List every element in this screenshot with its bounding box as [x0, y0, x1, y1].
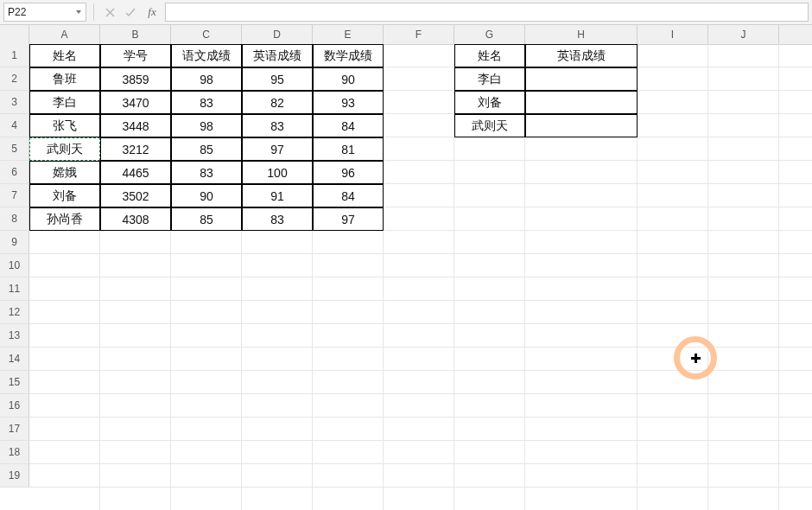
row-header[interactable]: 4	[0, 114, 29, 137]
column-header[interactable]: C	[171, 25, 242, 44]
table-cell[interactable]: 鲁班	[29, 67, 100, 91]
table-cell[interactable]	[525, 91, 638, 114]
table-header-cell[interactable]: 数学成绩	[313, 44, 384, 67]
table-cell[interactable]: 96	[313, 161, 384, 184]
table-cell[interactable]: 90	[313, 67, 384, 91]
column-header[interactable]: I	[638, 25, 708, 44]
row-header[interactable]: 15	[0, 371, 29, 394]
formula-input[interactable]	[165, 3, 809, 22]
table-cell[interactable]: 刘备	[454, 91, 525, 114]
table-cell[interactable]: 85	[171, 137, 242, 161]
table-cell[interactable]	[525, 67, 638, 91]
row-header[interactable]: 18	[0, 441, 29, 464]
table-cell[interactable]: 嫦娥	[29, 161, 100, 184]
table-cell[interactable]: 3502	[100, 184, 171, 207]
table-cell[interactable]: 83	[171, 91, 242, 114]
table-cell[interactable]: 83	[242, 207, 313, 231]
column-header[interactable]: F	[384, 25, 454, 44]
table-cell[interactable]: 91	[242, 184, 313, 207]
row-header[interactable]: 9	[0, 231, 29, 254]
table-header-cell[interactable]: 姓名	[454, 44, 525, 67]
row-header[interactable]: 3	[0, 91, 29, 114]
table-cell[interactable]	[525, 114, 638, 137]
table-cell[interactable]: 3470	[100, 91, 171, 114]
row-header[interactable]: 13	[0, 324, 29, 347]
row-header[interactable]: 11	[0, 277, 29, 301]
table-cell[interactable]: 3448	[100, 114, 171, 137]
table-cell[interactable]: 张飞	[29, 114, 100, 137]
column-header[interactable]: H	[525, 25, 638, 44]
row-header[interactable]: 6	[0, 161, 29, 184]
name-box[interactable]: P22	[3, 3, 86, 22]
table-cell[interactable]: 3212	[100, 137, 171, 161]
accept-formula-icon[interactable]	[122, 3, 139, 21]
table-header-cell[interactable]: 英语成绩	[525, 44, 638, 67]
table-cell[interactable]: 100	[242, 161, 313, 184]
row-header[interactable]: 7	[0, 184, 29, 207]
spreadsheet-grid[interactable]: ABCDEFGHIJ 12345678910111213141516171819…	[0, 25, 812, 510]
row-header[interactable]: 19	[0, 464, 29, 488]
fx-icon[interactable]: fx	[143, 5, 162, 19]
table-cell[interactable]: 84	[313, 114, 384, 137]
row-header[interactable]: 10	[0, 254, 29, 277]
cells-surface[interactable]: 姓名学号语文成绩英语成绩数学成绩鲁班3859989590李白3470838293…	[29, 44, 812, 510]
row-header[interactable]: 12	[0, 301, 29, 324]
column-header[interactable]: J	[708, 25, 779, 44]
column-header-row: ABCDEFGHIJ	[0, 25, 812, 45]
table-cell[interactable]: 81	[313, 137, 384, 161]
table-header-cell[interactable]: 姓名	[29, 44, 100, 67]
table-cell[interactable]: 98	[171, 67, 242, 91]
column-header[interactable]: A	[29, 25, 100, 44]
column-header[interactable]: B	[100, 25, 171, 44]
table-cell[interactable]: 李白	[29, 91, 100, 114]
table-cell[interactable]: 95	[242, 67, 313, 91]
table-cell[interactable]: 刘备	[29, 184, 100, 207]
row-header[interactable]: 8	[0, 207, 29, 231]
table-cell[interactable]: 4308	[100, 207, 171, 231]
cancel-formula-icon[interactable]	[101, 3, 118, 21]
column-header[interactable]: G	[454, 25, 525, 44]
table-cell[interactable]: 武则天	[29, 137, 100, 161]
table-header-cell[interactable]: 学号	[100, 44, 171, 67]
table-cell[interactable]: 4465	[100, 161, 171, 184]
column-header[interactable]: D	[242, 25, 313, 44]
row-header[interactable]: 1	[0, 44, 29, 67]
cell-reference: P22	[8, 6, 26, 18]
table-cell[interactable]: 90	[171, 184, 242, 207]
table-cell[interactable]: 82	[242, 91, 313, 114]
table-cell[interactable]: 李白	[454, 67, 525, 91]
table-cell[interactable]: 84	[313, 184, 384, 207]
table-cell[interactable]: 97	[313, 207, 384, 231]
row-header[interactable]: 2	[0, 67, 29, 91]
row-header[interactable]: 17	[0, 418, 29, 441]
column-header[interactable]: E	[313, 25, 384, 44]
table-cell[interactable]: 83	[171, 161, 242, 184]
row-header-column: 12345678910111213141516171819	[0, 44, 29, 510]
table-cell[interactable]: 85	[171, 207, 242, 231]
row-header[interactable]: 5	[0, 137, 29, 161]
divider	[93, 3, 94, 21]
select-all-corner[interactable]	[0, 25, 29, 44]
name-box-dropdown-icon[interactable]	[75, 9, 82, 16]
row-header[interactable]: 16	[0, 394, 29, 418]
table-cell[interactable]: 孙尚香	[29, 207, 100, 231]
table-cell[interactable]: 97	[242, 137, 313, 161]
row-header[interactable]: 14	[0, 347, 29, 371]
table-cell[interactable]: 98	[171, 114, 242, 137]
table-cell[interactable]: 3859	[100, 67, 171, 91]
table-header-cell[interactable]: 英语成绩	[242, 44, 313, 67]
table-cell[interactable]: 93	[313, 91, 384, 114]
table-cell[interactable]: 83	[242, 114, 313, 137]
table-cell[interactable]: 武则天	[454, 114, 525, 137]
formula-bar: P22 fx	[0, 0, 812, 25]
table-header-cell[interactable]: 语文成绩	[171, 44, 242, 67]
